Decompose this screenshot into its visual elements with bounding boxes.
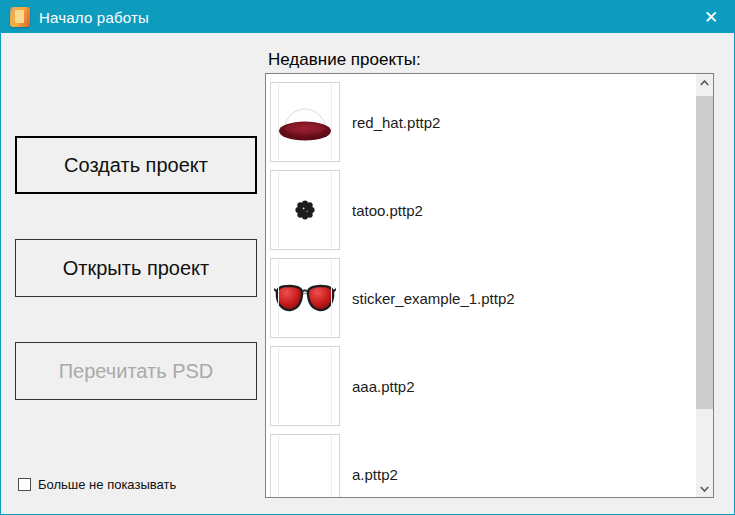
dont-show-again-checkbox[interactable]: Больше не показывать <box>18 477 176 492</box>
thumbnail-empty[interactable] <box>270 346 340 426</box>
app-icon <box>10 7 30 27</box>
scroll-up-arrow-icon[interactable] <box>696 74 713 91</box>
recent-projects-list: red_hat.pttp2 <box>265 73 714 498</box>
checkbox-box[interactable] <box>18 478 31 491</box>
checkbox-label: Больше не показывать <box>38 477 176 492</box>
file-name: red_hat.pttp2 <box>352 114 440 131</box>
thumbnail-red-hat[interactable] <box>270 82 340 162</box>
open-project-button[interactable]: Открыть проект <box>15 239 257 297</box>
file-name: aaa.pttp2 <box>352 378 415 395</box>
getting-started-dialog: Начало работы ✕ Создать проект Открыть п… <box>0 0 735 515</box>
file-name: sticker_example_1.pttp2 <box>352 290 515 307</box>
list-item[interactable]: red_hat.pttp2 <box>266 78 696 166</box>
list-item[interactable]: sticker_example_1.pttp2 <box>266 254 696 342</box>
list-item[interactable]: tatoo.pttp2 <box>266 166 696 254</box>
file-name: a.pttp2 <box>352 466 398 483</box>
window-title: Начало работы <box>39 9 149 26</box>
list-item[interactable]: aaa.pttp2 <box>266 342 696 430</box>
close-icon[interactable]: ✕ <box>688 1 734 33</box>
titlebar: Начало работы ✕ <box>1 1 734 33</box>
thumbnail-tattoo-flower[interactable] <box>270 170 340 250</box>
list-item[interactable]: a.pttp2 <box>266 430 696 498</box>
vertical-scrollbar[interactable] <box>696 74 713 497</box>
scrollbar-thumb[interactable] <box>696 96 713 409</box>
recent-projects-header: Недавние проекты: <box>268 50 421 70</box>
file-name: tatoo.pttp2 <box>352 202 423 219</box>
thumbnail-red-sunglasses[interactable] <box>270 258 340 338</box>
thumbnail-empty[interactable] <box>270 434 340 498</box>
create-project-button[interactable]: Создать проект <box>15 136 257 194</box>
scroll-down-arrow-icon[interactable] <box>696 480 713 497</box>
reread-psd-button: Перечитать PSD <box>15 342 257 400</box>
